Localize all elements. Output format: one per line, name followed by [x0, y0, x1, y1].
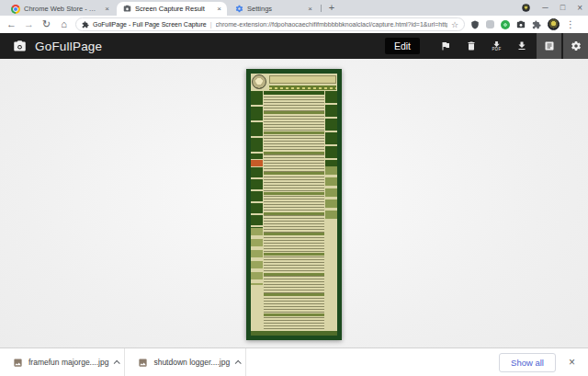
close-icon[interactable]: × — [306, 5, 314, 13]
download-image-button[interactable] — [516, 40, 527, 51]
tab-title: Screen Capture Result — [135, 5, 211, 13]
preview-banner — [269, 75, 336, 84]
tab-settings[interactable]: Settings × — [229, 2, 318, 16]
pdf-label: PDF — [492, 48, 502, 52]
close-downloads-bar-icon[interactable]: × — [569, 357, 575, 368]
result-content-area — [0, 59, 588, 348]
reload-icon[interactable]: ↻ — [40, 19, 52, 29]
green-extension-icon[interactable] — [501, 20, 510, 29]
settings-gear-button[interactable] — [563, 33, 588, 59]
gray-extension-icon[interactable] — [486, 20, 494, 28]
preview-right-list-blocks — [325, 166, 337, 220]
delete-button[interactable] — [466, 40, 477, 51]
captured-page-thumbnail — [251, 74, 337, 336]
home-icon[interactable]: ⌂ — [58, 19, 70, 29]
shield-extension-icon[interactable] — [470, 20, 480, 29]
page-url: chrome-extension://fdpohaocaechififmbbbb… — [216, 21, 447, 28]
preview-article-column — [264, 91, 324, 331]
tab-divider — [321, 5, 322, 12]
window-controls: ─ □ × — [522, 0, 582, 16]
preview-navbar — [269, 85, 336, 90]
extension-page-icon — [82, 21, 89, 28]
preview-right-sidebar — [325, 91, 337, 331]
image-file-icon — [138, 358, 148, 368]
edit-button[interactable]: Edit — [385, 38, 420, 54]
gofullpage-header: GoFullPage Edit PDF — [0, 33, 588, 59]
preview-left-nav-blocks — [251, 91, 263, 159]
preview-footer-bar — [251, 331, 337, 336]
preview-left-sidebar — [251, 91, 263, 331]
header-actions: Edit PDF — [385, 33, 588, 59]
show-all-button[interactable]: Show all — [499, 353, 556, 372]
chrome-icon — [11, 5, 20, 14]
image-file-icon — [13, 358, 23, 368]
tab-strip: Chrome Web Store - Editor's Pi... × Scre… — [0, 0, 588, 16]
camera-icon — [122, 5, 131, 14]
download-filename: shutdown logger....jpg — [153, 358, 230, 367]
download-item[interactable]: framefun majorge....jpg — [0, 348, 124, 376]
downloads-bar-actions: Show all × — [499, 353, 588, 372]
download-item[interactable]: shutdown logger....jpg — [125, 348, 245, 376]
gofullpage-camera-icon[interactable] — [516, 20, 526, 29]
flag-button[interactable] — [440, 40, 451, 51]
divider — [245, 348, 246, 376]
preview-site-logo — [252, 74, 266, 89]
downloads-bar: framefun majorge....jpg shutdown logger.… — [0, 348, 588, 376]
close-window-button[interactable]: × — [577, 4, 582, 13]
extension-page-title: GoFullPage - Full Page Screen Capture — [93, 21, 207, 28]
browser-window: Chrome Web Store - Editor's Pi... × Scre… — [0, 0, 588, 376]
browser-menu-icon[interactable]: ⋮ — [566, 19, 575, 29]
chevron-up-icon[interactable] — [235, 359, 242, 366]
tab-screen-capture-result[interactable]: Screen Capture Result × — [117, 2, 227, 16]
capture-preview — [246, 69, 342, 340]
extension-icons: ⋮ — [470, 18, 575, 30]
close-icon[interactable]: × — [215, 5, 223, 13]
new-tab-button[interactable]: + — [325, 1, 338, 14]
chevron-up-icon[interactable] — [114, 359, 120, 366]
close-icon[interactable]: × — [103, 5, 111, 13]
titlebar-avatar[interactable] — [522, 4, 530, 12]
tab-title: Chrome Web Store - Editor's Pi... — [24, 5, 99, 13]
download-filename: framefun majorge....jpg — [28, 358, 108, 367]
profile-avatar[interactable] — [548, 18, 560, 30]
preview-left-list-blocks — [251, 228, 263, 285]
tab-title: Settings — [247, 5, 302, 13]
download-pdf-button[interactable]: PDF — [492, 40, 502, 52]
bookmark-star-icon[interactable]: ☆ — [451, 20, 458, 29]
preview-left-nav-blocks2 — [251, 167, 263, 228]
gofullpage-logo-camera-icon — [13, 40, 27, 53]
extensions-puzzle-icon[interactable] — [532, 20, 541, 29]
gear-icon — [234, 5, 243, 14]
preview-right-nav-blocks — [325, 91, 337, 166]
app-title: GoFullPage — [35, 40, 102, 53]
back-icon[interactable]: ← — [6, 19, 17, 29]
forward-icon[interactable]: → — [23, 19, 35, 29]
brand: GoFullPage — [0, 40, 102, 53]
omnibox-separator: | — [210, 21, 212, 28]
browser-toolbar: ← → ↻ ⌂ GoFullPage - Full Page Screen Ca… — [0, 16, 588, 33]
minimize-button[interactable]: ─ — [542, 4, 548, 12]
tab-chrome-web-store[interactable]: Chrome Web Store - Editor's Pi... × — [6, 2, 115, 16]
maximize-button[interactable]: □ — [560, 4, 565, 12]
preview-left-orange-block — [251, 160, 263, 166]
files-list-button[interactable] — [537, 33, 561, 59]
address-bar[interactable]: GoFullPage - Full Page Screen Capture | … — [75, 17, 465, 31]
